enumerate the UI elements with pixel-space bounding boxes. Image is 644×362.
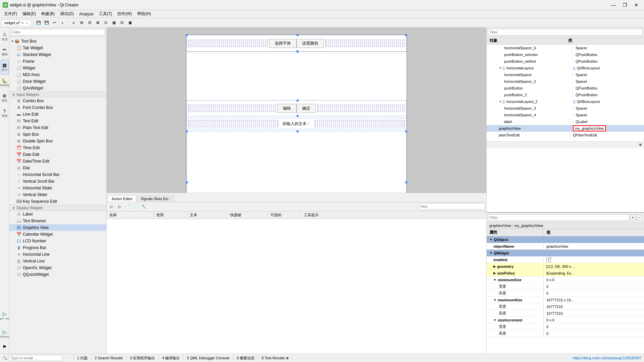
tab-signals-slots[interactable]: Signals Slots Ed···	[137, 195, 174, 202]
toolbar-align6[interactable]: ▦	[110, 19, 118, 26]
prop-val-maxsize-h[interactable]: 16777215	[544, 311, 644, 316]
menu-tools[interactable]: 工具(T)	[96, 10, 115, 17]
sidebar-item-vscrollbar[interactable]: ↕ Vertical Scroll Bar	[9, 178, 106, 185]
status-issues[interactable]: 1 问题	[74, 355, 91, 361]
file-tab[interactable]: widget.ui* ▾ ×	[1, 20, 31, 25]
sidebar-item-doublespinbox[interactable]: ⊕ Double Spin Box	[9, 138, 106, 144]
sidebar-item-vline[interactable]: ||| Vertical Line	[9, 258, 106, 264]
tab-close-btn[interactable]: ▾	[22, 21, 23, 25]
canvas-widget[interactable]: 选择字体 设置颜色 编辑 确定	[186, 34, 407, 193]
sidebar-item-textedit[interactable]: AI Text Edit	[9, 118, 106, 124]
sidebar-item-keyseqedit[interactable]: ⌨ Key Sequence Edit	[9, 198, 106, 205]
obj-row-hspacer4[interactable]: horizontalSpacer_4 Spacer	[487, 112, 644, 118]
obj-row-hspacer6[interactable]: horizontalSpacer_6 Spacer	[487, 45, 644, 51]
sidebar-item-hslider[interactable]: ⊸ Horizontal Slider	[9, 185, 106, 191]
sidebar-item-calendarwidget[interactable]: 📅 Calendar Widget	[9, 231, 106, 238]
obj-row-graphicsview[interactable]: graphicsView my_graphicsView	[487, 125, 644, 132]
toolbar-save[interactable]: 💾	[35, 19, 42, 26]
action-btn-3[interactable]: 📄	[124, 203, 131, 210]
sidebar-item-lcdnumber[interactable]: 12 LCD Number	[9, 238, 106, 244]
sidebar-item-plaintextedit[interactable]: AI Plain Text Edit	[9, 124, 106, 131]
status-overview[interactable]: 6 概要信息	[233, 355, 258, 361]
sidebar-item-dockwidget[interactable]: ⬜ Dock Widget	[9, 78, 106, 85]
close-button[interactable]: ✕	[631, 2, 641, 8]
toolbar-align1[interactable]: ≡	[70, 19, 77, 26]
minimize-button[interactable]: —	[608, 2, 619, 8]
action-btn-1[interactable]: ▷	[108, 203, 115, 210]
sidebar-item-graphicsview[interactable]: 🖼 Graphics View	[9, 224, 106, 231]
obj-row-hlayout[interactable]: ▼ ||| horizontalLayout ||| QHBoxLayout	[487, 65, 644, 71]
status-search-input[interactable]	[9, 355, 62, 361]
obj-row-pushbutton2[interactable]: pushButton_2 QPushButton	[487, 92, 644, 98]
sidebar-item-datetimeedit[interactable]: 📅 Date/Time Edit	[9, 158, 106, 165]
sidebar-item-tabwidget[interactable]: 📋 Tab Widget	[9, 45, 106, 51]
canvas-graphics-view[interactable]	[186, 131, 407, 193]
menu-build[interactable]: 构建(B)	[39, 10, 57, 17]
menu-controls[interactable]: 控件(W)	[115, 10, 135, 17]
title-bar-controls[interactable]: — ❐ ✕	[608, 2, 641, 8]
toolbar-btn1[interactable]: ▪	[59, 19, 66, 26]
status-compile-output[interactable]: 4 编译输出	[159, 355, 183, 361]
obj-row-setcolor[interactable]: pushButton_setcolor QPushButton	[487, 51, 644, 58]
obj-row-label[interactable]: label QLabel	[487, 118, 644, 125]
btn-set-color[interactable]: 设置颜色	[297, 39, 324, 48]
prop-val-maxsize[interactable]: 16777215 x 16...	[544, 298, 644, 302]
prop-val-sizeinc-h[interactable]: 0	[544, 331, 644, 336]
prop-val-objectname[interactable]: graphicsView	[544, 244, 644, 249]
action-btn-4[interactable]: 📄	[132, 203, 140, 210]
toolbar-align4[interactable]: ⊠	[94, 19, 102, 26]
obj-row-setfont[interactable]: pushButton_setfont QPushButton	[487, 58, 644, 65]
design-canvas[interactable]: 选择字体 设置颜色 编辑 确定	[107, 27, 486, 193]
prop-val-maxsize-w[interactable]: 16777215	[544, 304, 644, 309]
sidebar-item-widget[interactable]: ⬜ Widget	[9, 65, 106, 71]
toolbar-save-all[interactable]: 💾	[43, 19, 50, 26]
left-welcome-btn[interactable]: ⌂欢迎	[1, 29, 9, 44]
status-search-results[interactable]: 2 Search Results	[91, 355, 126, 361]
toolbar-align5[interactable]: ⊡	[102, 19, 110, 26]
obj-row-hspacer[interactable]: horizontalSpacer Spacer	[487, 71, 644, 78]
prop-val-sizeinc[interactable]: 0 x 0	[544, 318, 644, 322]
obj-row-hspacer2[interactable]: horizontalSpacer_2 Spacer	[487, 78, 644, 85]
prop-val-geometry[interactable]: [(13, 58), 850 x ...	[544, 264, 644, 269]
toolbar-align3[interactable]: ⊟	[86, 19, 94, 26]
sidebar-item-combobox[interactable]: ⊞ Combo Box	[9, 98, 106, 104]
scroll-down-icon[interactable]: ▼	[638, 142, 643, 147]
props-filter-input[interactable]	[488, 214, 629, 221]
sidebar-item-progressbar[interactable]: ▮ Progress Bar	[9, 244, 106, 251]
left-design-btn[interactable]: ▦设计	[1, 60, 9, 74]
obj-filter-input[interactable]	[488, 29, 643, 36]
left-project-btn[interactable]: ⚙项目	[1, 90, 9, 105]
menu-debug[interactable]: 调试(D)	[57, 10, 76, 17]
left-bottom-btn[interactable]: ⚑	[1, 343, 9, 351]
btn-confirm[interactable]: 确定	[297, 104, 316, 113]
action-btn-5[interactable]: 🔧	[140, 203, 148, 210]
sidebar-item-qquickwidget[interactable]: ⬡ QQuickWidget	[9, 271, 106, 278]
sidebar-item-opengl[interactable]: ⬡ OpenGL Widget	[9, 264, 106, 271]
prop-val-sizeinc-w[interactable]: 0	[544, 324, 644, 329]
prop-val-sizepolicy[interactable]: [Expanding, Ex...	[544, 271, 644, 276]
props-minus-btn[interactable]: −	[637, 215, 643, 221]
sidebar-item-dial[interactable]: ◎ Dial	[9, 165, 106, 171]
sidebar-item-qaxwidget[interactable]: ⬜ QAxWidget	[9, 85, 106, 92]
left-debug-btn[interactable]: 🐛Debug	[1, 75, 9, 90]
menu-edit[interactable]: 编辑(E)	[20, 10, 39, 17]
toolbox-filter-input[interactable]	[11, 29, 105, 36]
left-build-run-btn[interactable]: ▷Release	[1, 325, 9, 342]
prop-val-minsize-h[interactable]: 0	[544, 291, 644, 296]
sidebar-item-toolbox[interactable]: ▼ 📦 Tool Box	[9, 38, 106, 45]
left-run-btn[interactable]: ▷gra···iew	[1, 307, 9, 324]
prop-val-enabled[interactable]: ✓	[544, 257, 644, 262]
sidebar-item-frame[interactable]: ▱ Frame	[9, 58, 106, 65]
status-qml-debugger[interactable]: 5 QML Debugger Console	[183, 355, 233, 361]
obj-row-hlayout2[interactable]: ▼ ||| horizontalLayout_2 ||| QHBoxLayout	[487, 98, 644, 105]
obj-row-hspacer3[interactable]: horizontalSpacer_3 Spacer	[487, 105, 644, 112]
left-edit-btn[interactable]: ✏编辑	[1, 44, 9, 59]
obj-row-pushbutton[interactable]: pushButton QPushButton	[487, 85, 644, 92]
sidebar-item-vslider[interactable]: ⊸ Vertical Slider	[9, 191, 106, 198]
obj-row-plaintextedit[interactable]: plainTextEdit QPlainTextEdit	[487, 132, 644, 138]
menu-analyze[interactable]: Analyze	[76, 11, 96, 17]
sidebar-item-hscrollbar[interactable]: ↔ Horizontal Scroll Bar	[9, 171, 106, 178]
sidebar-item-dateedit[interactable]: 📅 Date Edit	[9, 151, 106, 158]
props-add-btn[interactable]: +	[630, 215, 636, 221]
toolbar-revert[interactable]: ↩	[51, 19, 58, 26]
